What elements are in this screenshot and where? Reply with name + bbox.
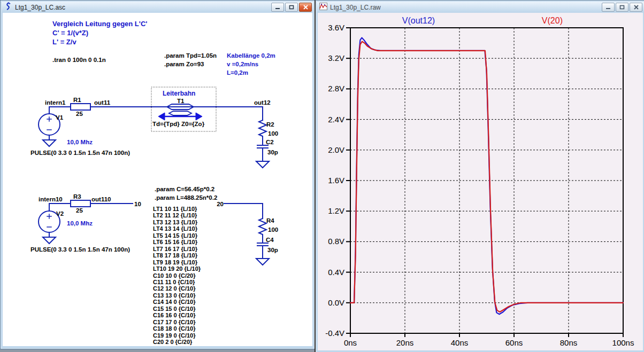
y-tick-label: 2.4V	[328, 115, 344, 124]
netlist-line: LT9 18 19 {L/10}	[153, 259, 198, 265]
component-name: V2	[56, 210, 64, 217]
close-button[interactable]	[630, 3, 642, 12]
netlist-line: LT10 19 20 {L/10}	[153, 265, 201, 272]
freq-comment: 10,0 Mhz	[67, 220, 93, 226]
minimize-button[interactable]	[271, 3, 284, 12]
tline-length-arrow	[158, 113, 202, 120]
netlist-line: C13 13 0 {C/10}	[153, 292, 196, 299]
x-tick-label: 60ns	[505, 338, 523, 347]
x-tick-label: 40ns	[451, 338, 469, 347]
freq-comment: 10,0 Mhz	[67, 139, 93, 145]
waveform-titlebar[interactable]: Ltg1_30p_LC.raw	[317, 2, 644, 13]
resistor-r1-symbol	[71, 104, 90, 110]
param-directive: .param L=488.25n*0.2	[155, 194, 217, 201]
maximize-button[interactable]	[285, 3, 298, 12]
netlist-block: LT1 10 11 {L/10} LT2 11 12 {L/10} LT3 12…	[153, 206, 201, 345]
ground-icon	[256, 161, 269, 168]
schematic-titlebar[interactable]: Ltg1_30p_LC.asc	[2, 2, 313, 13]
netlist-line: C12 12 0 {C/10}	[153, 285, 196, 292]
resistor-r4-symbol	[259, 218, 266, 243]
ltspice-schematic-icon	[4, 2, 12, 12]
netlist-line: LT4 13 14 {L/10}	[153, 225, 198, 232]
netlist-line: LT2 11 12 {L/10}	[153, 212, 197, 218]
netlist-line: C19 19 0 {C/10}	[153, 332, 196, 339]
y-tick-label: 3.6V	[328, 23, 344, 32]
cable-comment: v =0,2m/ns	[227, 61, 258, 67]
window-title: Ltg1_30p_LC.asc	[15, 4, 65, 11]
netlist-line: LT6 15 16 {L/10}	[153, 239, 198, 245]
tran-directive: .tran 0 100n 0 0.1n	[52, 57, 106, 63]
netlist-line: C16 16 0 {C/10}	[153, 312, 196, 318]
component-name: C2	[266, 139, 274, 145]
y-tick-label: 0.0V	[328, 298, 344, 307]
node-label: 10	[134, 201, 141, 207]
netlist-line: LT5 14 15 {L/10}	[153, 232, 198, 239]
netlist-line: C18 18 0 {C/10}	[153, 325, 196, 332]
ground-icon	[256, 259, 269, 265]
netlist-line: C17 17 0 {C/10}	[153, 319, 196, 325]
ground-icon	[43, 237, 56, 244]
trace-v20[interactable]	[350, 42, 623, 312]
pulse-spec: PULSE(0 3.3 0 1.5n 1.5n 47n 100n)	[30, 246, 130, 253]
component-value: 100	[268, 226, 278, 233]
legend-label-vout12[interactable]: V(out12)	[402, 16, 435, 25]
component-name: T1	[177, 98, 185, 104]
schematic-heading: L' = Z/v	[52, 38, 76, 46]
netlist-line: LT3 12 13 {L/10}	[153, 219, 198, 225]
netlist-line: LT1 10 11 {L/10}	[153, 206, 197, 212]
netlist-line: C14 14 0 {C/10}	[153, 299, 196, 305]
component-value: 30p	[267, 247, 278, 253]
y-tick-label: -0.4V	[325, 328, 344, 338]
node-label: intern1	[45, 99, 66, 106]
component-name: C4	[266, 237, 274, 243]
window-title: Ltg1_30p_LC.raw	[330, 4, 381, 11]
legend-label-v20[interactable]: V(20)	[542, 16, 563, 25]
y-tick-label: 3.2V	[328, 53, 344, 62]
waveform-icon	[319, 3, 327, 12]
schematic-heading: C' = 1/(v*Z)	[52, 29, 88, 37]
component-name: R1	[73, 97, 81, 103]
y-tick-label: 0.4V	[328, 268, 344, 277]
cable-comment: L=0,2m	[227, 69, 248, 76]
y-tick-label: 1.2V	[328, 206, 344, 215]
component-name: R2	[266, 121, 274, 128]
netlist-line: LT7 16 17 {L/10}	[153, 246, 198, 252]
netlist-line: LT8 17 18 {L/10}	[153, 252, 198, 259]
waveform-plot: 0ns20ns40ns60ns80ns100ns3.6V3.2V2.8V2.4V…	[318, 13, 643, 350]
param-directive: .param Zo=93	[164, 61, 204, 67]
component-value: 25	[76, 111, 83, 117]
schematic-window: Ltg1_30p_LC.asc	[0, 0, 315, 349]
tline-t1-symbol	[167, 104, 194, 115]
circuit1-graphics	[39, 104, 269, 168]
minimize-button[interactable]	[602, 3, 615, 12]
waveform-plot-area[interactable]: 0ns20ns40ns60ns80ns100ns3.6V3.2V2.8V2.4V…	[318, 13, 643, 350]
component-name: V1	[56, 114, 64, 121]
netlist-line: C11 11 0 {C/10}	[153, 279, 195, 285]
component-value: 25	[76, 207, 83, 214]
resistor-r2-symbol	[259, 120, 266, 145]
y-tick-label: 2.0V	[328, 145, 344, 154]
close-button[interactable]	[299, 3, 312, 12]
param-directive: .param C=56.45p*0.2	[155, 186, 214, 192]
capacitor-c4-symbol	[257, 243, 268, 259]
component-value: 30p	[267, 149, 278, 155]
param-directive: .param Tpd=1.05n	[164, 52, 217, 59]
node-label: out12	[254, 99, 271, 106]
netlist-line: C20 2 0 {C/20}	[153, 339, 193, 345]
x-tick-label: 20ns	[396, 338, 414, 347]
netlist-line: C10 10 0 {C/20}	[153, 272, 196, 279]
component-value: 100	[268, 130, 278, 137]
node-label: intern10	[39, 196, 63, 202]
node-label: out110	[91, 196, 111, 202]
x-tick-label: 100ns	[612, 338, 634, 347]
schematic-canvas[interactable]: Vergleich Leitung gegen L'C' C' = 1/(v*Z…	[3, 13, 312, 346]
maximize-button[interactable]	[616, 3, 628, 12]
component-value: Td={Tpd} Z0={Zo}	[152, 121, 205, 127]
y-tick-label: 1.6V	[328, 176, 344, 185]
resistor-r3-symbol	[71, 200, 90, 207]
x-tick-label: 80ns	[560, 338, 578, 347]
node-label: out11	[94, 99, 111, 106]
component-name: R3	[73, 193, 81, 200]
capacitor-c2-symbol	[257, 145, 268, 161]
netlist-line: C15 15 0 {C/10}	[153, 306, 196, 312]
